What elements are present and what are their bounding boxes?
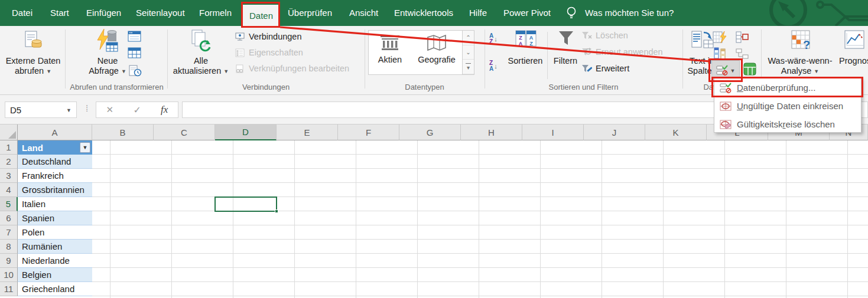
table-row[interactable]: Deutschland — [18, 155, 92, 169]
row-header-6[interactable]: 6 — [0, 211, 18, 225]
row-header-8[interactable]: 8 — [0, 240, 18, 254]
text-in-spalten-label-1: Text in — [690, 56, 714, 66]
duplikate-entfernen-button[interactable] — [713, 47, 727, 60]
loeschen-label: Löschen — [596, 31, 628, 40]
loeschen-button: Löschen — [581, 31, 628, 40]
column-header-d-selected[interactable]: D — [215, 125, 277, 140]
gallery-up-button[interactable]: ⌃ — [463, 31, 474, 45]
column-header-c[interactable]: C — [154, 125, 215, 140]
name-box-dropdown-icon[interactable]: ▼ — [66, 107, 71, 113]
tab-seitenlayout[interactable]: Seitenlayout — [136, 8, 185, 18]
name-box-value: D5 — [10, 105, 21, 115]
recent-connections-button[interactable] — [129, 65, 142, 77]
menu-item-datenueberpruefung[interactable]: Datenüberprüfung... — [714, 78, 861, 97]
cancel-icon[interactable]: ✕ — [106, 104, 114, 115]
filter-dropdown-button[interactable]: ▼ — [80, 142, 90, 153]
table-row[interactable]: Frankreich — [18, 169, 92, 183]
tab-einfuegen[interactable]: Einfügen — [86, 8, 121, 18]
row-header-3[interactable]: 3 — [0, 169, 18, 183]
svg-text:A: A — [529, 35, 534, 41]
row-header-2[interactable]: 2 — [0, 155, 18, 169]
enter-icon[interactable]: ✓ — [133, 104, 141, 116]
tell-me-search[interactable]: Was möchten Sie tun? — [585, 8, 674, 18]
blitzvorschau-button[interactable] — [713, 31, 727, 44]
clear-validation-circles-icon — [714, 119, 737, 130]
konsolidieren-button[interactable] — [735, 31, 749, 44]
data-validation-icon — [716, 65, 728, 76]
row-header-4[interactable]: 4 — [0, 183, 18, 197]
recent-sources-button[interactable] — [128, 31, 142, 42]
column-header-j[interactable]: J — [584, 125, 645, 140]
column-header-i[interactable]: I — [522, 125, 584, 140]
datenmodell-verwalten-button[interactable] — [743, 63, 756, 76]
tab-ueberpruefen[interactable]: Überprüfen — [288, 8, 332, 18]
row-header-5-selected[interactable]: 5 — [0, 197, 18, 211]
column-header-g[interactable]: G — [399, 125, 461, 140]
insert-function-icon[interactable]: fx — [161, 104, 168, 116]
tab-daten-active[interactable]: Daten — [243, 5, 279, 26]
cells-area[interactable]: Land ▼ Deutschland Frankreich Grossbrita… — [18, 140, 868, 298]
table-row[interactable]: Grossbritannien — [18, 183, 92, 197]
column-header-b[interactable]: B — [92, 125, 154, 140]
select-all-button[interactable] — [0, 125, 18, 140]
gallery-more-button[interactable]: ▾ — [463, 60, 474, 74]
table-row[interactable]: Griechenland — [18, 282, 92, 296]
column-header-f[interactable]: F — [338, 125, 399, 140]
tab-ansicht[interactable]: Ansicht — [349, 8, 378, 18]
aktien-data-type[interactable]: Aktien — [372, 33, 408, 64]
column-header-k[interactable]: K — [645, 125, 707, 140]
table-row[interactable]: Niederlande — [18, 254, 92, 268]
tab-hilfe[interactable]: Hilfe — [469, 8, 487, 18]
group-separator — [485, 30, 485, 89]
geografie-data-type[interactable]: Geografie — [412, 33, 461, 64]
table-row[interactable]: Polen — [18, 225, 92, 240]
formula-buttons: ✕ ✓ fx — [96, 101, 178, 118]
sort-za-button[interactable]: ZA↓ — [489, 59, 506, 73]
reapply-filter-icon — [581, 48, 592, 57]
table-row[interactable]: Spanien — [18, 211, 92, 225]
clear-filter-icon — [581, 31, 592, 40]
circle-invalid-data-icon — [714, 101, 737, 112]
alle-aktualisieren-label-2: aktualisieren — [173, 66, 221, 76]
gallery-down-button[interactable]: ⌄ — [463, 45, 474, 60]
gallery-scrollbar: ⌃ ⌄ ▾ — [462, 31, 474, 74]
row-header-7[interactable]: 7 — [0, 225, 18, 240]
table-header-cell[interactable]: Land ▼ — [18, 140, 92, 155]
row-header-1[interactable]: 1 — [0, 140, 18, 155]
new-query-icon — [96, 28, 119, 53]
row-header-11[interactable]: 11 — [0, 282, 18, 296]
filtern-label: Filtern — [554, 56, 577, 66]
alle-aktualisieren-label-1: Alle — [194, 56, 208, 66]
row-header-9[interactable]: 9 — [0, 254, 18, 268]
column-header-h[interactable]: H — [461, 125, 522, 140]
menu-item-ungueltige-daten-einkreisen[interactable]: Ungültige Daten einkreisen — [714, 97, 861, 115]
from-table-button[interactable] — [128, 47, 142, 59]
table-row[interactable]: Belgien — [18, 268, 92, 282]
verknuepfungen-bearbeiten-button: Verknüpfungen bearbeiten — [235, 64, 349, 73]
table-row[interactable]: Italien — [18, 197, 92, 211]
data-validation-icon — [714, 83, 737, 93]
formula-bar-splitter[interactable]: ⁞ — [86, 103, 87, 113]
tab-entwicklertools[interactable]: Entwicklertools — [394, 8, 453, 18]
advanced-filter-icon — [581, 64, 592, 73]
table-row[interactable]: Rumänien — [18, 240, 92, 254]
column-header-e[interactable]: E — [277, 125, 338, 140]
menu-item-gueltigkeitskreise-loeschen[interactable]: Gültigkeitskreise löschen — [714, 115, 861, 133]
name-box[interactable]: D5 ▼ — [5, 101, 77, 118]
tab-start[interactable]: Start — [50, 8, 69, 18]
datenueberpruefung-split-button[interactable]: ▼ — [711, 60, 740, 80]
fill-handle[interactable] — [275, 209, 278, 213]
sort-az-button[interactable]: AZ↓ — [489, 32, 506, 46]
connections-icon — [235, 32, 245, 41]
tab-power-pivot[interactable]: Power Pivot — [503, 8, 551, 18]
tab-datei[interactable]: Datei — [12, 8, 32, 18]
tab-formeln[interactable]: Formeln — [199, 8, 232, 18]
verbindungen-button[interactable]: Verbindungen — [235, 32, 302, 41]
externe-daten-abrufen-button[interactable]: Externe Daten abrufen▼ — [2, 26, 64, 93]
erweitert-button[interactable]: Erweitert — [581, 64, 629, 73]
column-header-a[interactable]: A — [18, 125, 92, 140]
beziehungen-button[interactable] — [735, 47, 749, 60]
menu-item-label: Datenüberprüfung... — [737, 83, 815, 93]
selected-cell-d5[interactable] — [214, 197, 277, 212]
row-header-10[interactable]: 10 — [0, 268, 18, 282]
